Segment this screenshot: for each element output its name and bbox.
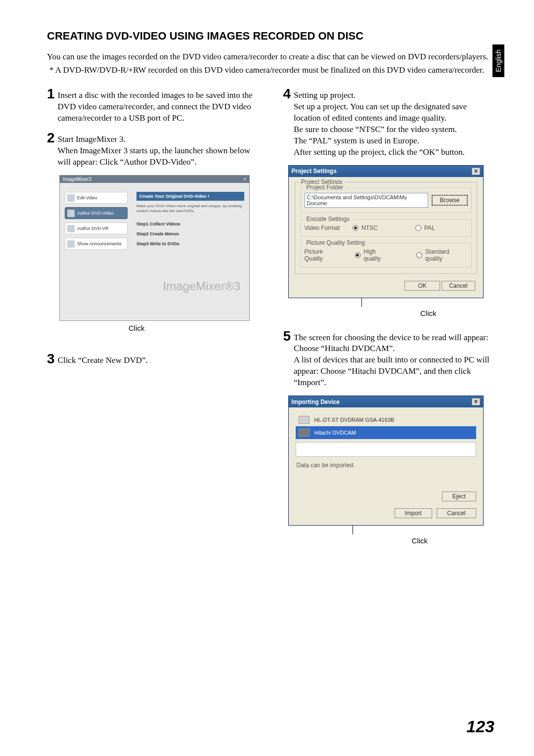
pal-radio[interactable]: PAL (415, 224, 435, 231)
encode-settings-label: Encode Settings (305, 216, 352, 222)
video-format-label: Video Format (305, 224, 340, 231)
step-body-2: Start ImageMixer 3. When ImageMixer 3 st… (58, 131, 259, 168)
close-icon[interactable]: ✕ (472, 168, 480, 175)
step-number-5: 5 (283, 329, 291, 343)
importing-device-title: Importing Device (292, 399, 340, 405)
high-quality-label: High quality (363, 248, 394, 262)
step-body-1: Insert a disc with the recorded images t… (58, 87, 259, 124)
author-dvd-video-icon (67, 210, 75, 217)
launcher-item-label: Show Announcements (77, 241, 122, 246)
device-item-label: HL-DT-ST DVDRAM GSA-4163B (314, 417, 395, 423)
launcher-item-author-dvd-video[interactable]: Author DVD-Video (65, 207, 128, 219)
project-folder-label: Project Folder (305, 184, 346, 191)
footnote-text: * A DVD-RW/DVD-R/+RW recorded on this DV… (47, 65, 494, 76)
import-status-text: Data can be imported. (297, 462, 475, 469)
standard-quality-radio[interactable]: Standard quality (416, 248, 467, 262)
project-folder-input[interactable]: C:\Documents and Settings\DVDCAM\My Docu… (305, 193, 429, 208)
eject-button[interactable]: Eject (442, 491, 476, 501)
ntsc-label: NTSC (361, 224, 378, 231)
click-callout-ok: Click (362, 309, 495, 317)
cancel-button[interactable]: Cancel (437, 508, 476, 518)
imagemixer-launcher-window: ImageMixer3 × Edit Video Author DVD-Vide… (59, 175, 250, 321)
project-settings-dialog: Project Settings ✕ Project Settings Proj… (288, 165, 484, 298)
launcher-step2: Step2 Create Menus (136, 231, 244, 236)
picture-quality-label: Picture Quality (305, 248, 342, 262)
step-number-4: 4 (283, 87, 291, 101)
step-body-5: The screen for choosing the device to be… (294, 329, 494, 389)
launcher-app-title: ImageMixer3 (63, 177, 91, 182)
high-quality-radio[interactable]: High quality (355, 248, 394, 262)
standard-quality-label: Standard quality (425, 248, 467, 262)
drive-icon (299, 416, 310, 424)
imagemixer-logo: ImageMixer®3 (163, 279, 240, 293)
launcher-item-label: Author DVD-Video (77, 211, 114, 216)
announcements-icon (67, 240, 75, 248)
camera-icon (299, 429, 310, 437)
launcher-close-icon[interactable]: × (243, 177, 246, 182)
step-body-3: Click “Create New DVD”. (58, 352, 148, 366)
importing-device-dialog: Importing Device ✕ HL-DT-ST DVDRAM GSA-4… (288, 396, 484, 526)
device-blank-area (296, 442, 476, 457)
step-number-3: 3 (47, 352, 55, 366)
cancel-button[interactable]: Cancel (442, 281, 475, 291)
browse-button[interactable]: Browse (432, 195, 467, 205)
ntsc-radio[interactable]: NTSC (353, 224, 378, 231)
import-button[interactable]: Import (395, 508, 432, 518)
picture-quality-group-label: Picture Quality Setting (305, 239, 367, 246)
launcher-step1: Step1 Collect Videos (136, 222, 244, 226)
ok-button[interactable]: OK (404, 281, 440, 291)
launcher-panel-desc: Make your DVD-Video more original and un… (136, 204, 244, 214)
launcher-item-author-dvd-vr[interactable]: Author DVD-VR (65, 222, 128, 234)
step-body-4: Setting up project. Set up a project. Yo… (294, 87, 494, 158)
step-number-2: 2 (47, 131, 55, 145)
launcher-item-label: Edit Video (77, 195, 97, 200)
click-callout-import: Click (345, 536, 495, 545)
launcher-item-edit-video[interactable]: Edit Video (65, 192, 128, 204)
device-item-dvdram[interactable]: HL-DT-ST DVDRAM GSA-4163B (296, 413, 476, 426)
launcher-step3: Step3 Write to DVDs (136, 241, 244, 246)
launcher-item-label: Author DVD-VR (77, 226, 109, 231)
author-dvd-vr-icon (67, 225, 75, 232)
launcher-panel-heading: Create Your Original DVD-Video ! (136, 192, 244, 201)
close-icon[interactable]: ✕ (472, 398, 480, 405)
launcher-item-announcements[interactable]: Show Announcements (65, 238, 128, 250)
device-item-label: Hitachi DVDCAM (314, 430, 356, 436)
pal-label: PAL (424, 224, 435, 231)
intro-text: You can use the images recorded on the D… (47, 51, 494, 63)
step-number-1: 1 (47, 87, 55, 101)
page-number: 123 (466, 717, 494, 736)
click-callout-launcher: Click (15, 324, 259, 332)
section-title: CREATING DVD-VIDEO USING IMAGES RECORDED… (47, 30, 494, 43)
device-item-hitachi[interactable]: Hitachi DVDCAM (296, 426, 476, 439)
project-settings-title: Project Settings (292, 168, 337, 175)
language-tab: English (492, 44, 504, 77)
edit-video-icon (67, 194, 75, 202)
